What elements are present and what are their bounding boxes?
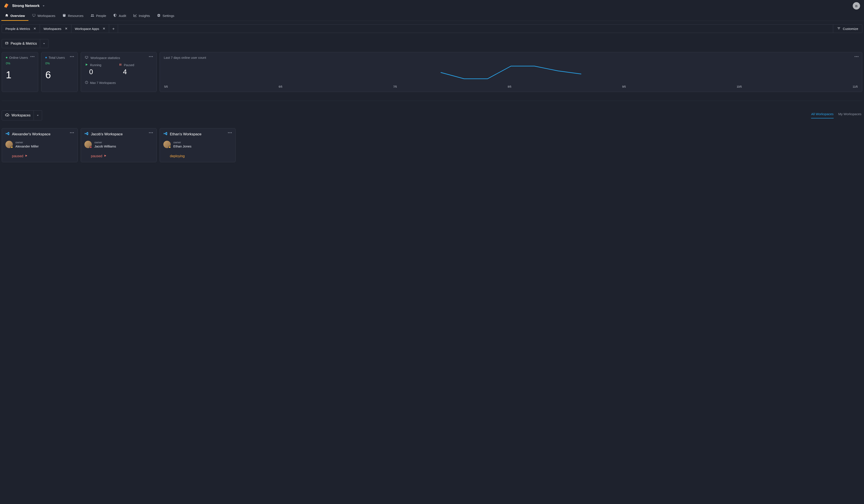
- workspace-status[interactable]: paused: [12, 154, 74, 158]
- plus-icon: ＋: [111, 26, 116, 31]
- nav-overview[interactable]: Overview: [1, 11, 28, 21]
- section-dropdown-button[interactable]: [34, 110, 42, 120]
- chevron-down-icon: [43, 42, 45, 45]
- nav-label: Resources: [68, 14, 84, 17]
- card-value: 1: [6, 69, 34, 81]
- card-menu-button[interactable]: •••: [149, 131, 153, 134]
- nav-label: People: [96, 14, 106, 17]
- main-nav: Overview Workspaces Resources People Aud…: [0, 11, 864, 21]
- owner-name: Jacob Williams: [94, 144, 116, 148]
- workspace-filter-tabs: All Workspaces My Workspaces: [811, 112, 861, 118]
- cloud-cog-icon: [5, 113, 9, 118]
- card-menu-button[interactable]: •••: [70, 55, 74, 58]
- workspace-card[interactable]: •••Ethan's WorkspaceownerEthan Jonesdepl…: [160, 128, 236, 162]
- shield-icon: [113, 13, 117, 18]
- card-menu-button[interactable]: •••: [70, 131, 74, 134]
- stat-max-workspaces: Max 7 Workspaces: [85, 81, 153, 85]
- play-icon: [25, 154, 28, 158]
- section-title-button[interactable]: Workspaces: [2, 110, 34, 120]
- card-menu-button[interactable]: •••: [854, 55, 859, 58]
- card-label: Total Users: [45, 56, 73, 59]
- owner-role: owner: [173, 141, 191, 144]
- nav-label: Settings: [163, 14, 174, 17]
- nav-label: Insights: [139, 14, 150, 17]
- card-title-row: Workspace statistics: [85, 56, 153, 60]
- nav-label: Overview: [10, 14, 25, 17]
- workspace-owner: ownerEthan Jones: [163, 141, 232, 148]
- workspace-card[interactable]: •••Alexander's WorkspaceownerAlexander M…: [2, 128, 78, 162]
- customize-button[interactable]: Customize: [833, 24, 862, 33]
- card-workspace-statistics: ••• Workspace statistics Running 0 Pause…: [81, 52, 157, 92]
- section-selector-workspaces: Workspaces: [2, 110, 42, 120]
- workspace-status[interactable]: deploying: [170, 154, 232, 158]
- monitor-icon: [32, 13, 36, 18]
- workspace-card[interactable]: •••Jacob's WorkspaceownerJacob Williamsp…: [81, 128, 157, 162]
- card-percent: 0%: [45, 62, 73, 65]
- svg-rect-0: [33, 14, 35, 16]
- customize-label: Customize: [843, 27, 858, 31]
- workspace-status[interactable]: paused: [91, 154, 153, 158]
- presence-dot-icon: [11, 146, 13, 148]
- section-divider: [2, 100, 862, 101]
- workspace-title: Alexander's Workspace: [12, 132, 50, 136]
- brand-name: Strong Network: [12, 4, 40, 8]
- monitor-icon: [85, 56, 88, 60]
- tab-my-workspaces[interactable]: My Workspaces: [838, 112, 861, 118]
- x-tick-label: 5/5: [164, 85, 168, 88]
- user-avatar[interactable]: B: [853, 2, 860, 10]
- nav-workspaces[interactable]: Workspaces: [28, 11, 59, 21]
- presence-dot-icon: [169, 146, 171, 148]
- nav-settings[interactable]: Settings: [153, 11, 178, 21]
- close-icon[interactable]: ✕: [33, 27, 36, 31]
- chart-area: 5/56/57/58/59/510/511/5: [164, 62, 858, 88]
- add-dashboard-tab-button[interactable]: ＋: [109, 24, 118, 33]
- brand-dropdown-icon[interactable]: [42, 4, 45, 7]
- status-dot-icon: [6, 57, 8, 58]
- card-menu-button[interactable]: •••: [149, 55, 153, 58]
- home-icon: [5, 13, 9, 18]
- brand[interactable]: Strong Network: [3, 2, 45, 10]
- card-title: Workspace statistics: [91, 56, 120, 60]
- stat-label: Paused: [124, 63, 134, 67]
- owner-avatar: [163, 141, 171, 148]
- dashboard-tab-workspaces[interactable]: Workspaces ✕: [40, 24, 71, 33]
- stat-value: 0: [89, 68, 119, 76]
- section-title-button[interactable]: People & Metrics: [2, 39, 40, 48]
- owner-avatar: [5, 141, 13, 148]
- close-icon[interactable]: ✕: [103, 27, 105, 31]
- label-text: Total Users: [49, 56, 65, 59]
- people-icon: [91, 13, 94, 18]
- nav-label: Workspaces: [37, 14, 55, 17]
- owner-role: owner: [15, 141, 39, 144]
- section-selector-people-metrics: People & Metrics: [2, 39, 48, 48]
- workspace-title-row: Jacob's Workspace: [84, 131, 153, 137]
- id-card-icon: [5, 41, 9, 46]
- close-icon[interactable]: ✕: [65, 27, 68, 31]
- workspace-owner: ownerAlexander Miller: [5, 141, 74, 148]
- card-percent: 0%: [6, 62, 34, 65]
- card-menu-button[interactable]: •••: [31, 55, 35, 58]
- card-menu-button[interactable]: •••: [228, 131, 232, 134]
- nav-people[interactable]: People: [87, 11, 110, 21]
- section-dropdown-button[interactable]: [40, 39, 48, 48]
- svg-rect-4: [120, 63, 120, 65]
- nav-resources[interactable]: Resources: [59, 11, 87, 21]
- metrics-cards-row: ••• Online Users 0% 1 ••• Total Users 0%…: [0, 52, 864, 92]
- dashboard-tab-people-metrics[interactable]: People & Metrics ✕: [2, 24, 40, 33]
- gear-icon: [157, 13, 161, 18]
- x-tick-label: 10/5: [737, 85, 742, 88]
- status-text: deploying: [170, 154, 185, 158]
- owner-avatar: [84, 141, 92, 148]
- chip-label: Workspace Apps: [75, 27, 99, 31]
- x-tick-label: 11/5: [853, 85, 858, 88]
- tab-all-workspaces[interactable]: All Workspaces: [811, 112, 833, 118]
- dashboard-tab-workspace-apps[interactable]: Workspace Apps ✕: [71, 24, 109, 33]
- play-icon: [85, 63, 88, 67]
- card-online-users: ••• Online Users 0% 1: [2, 52, 38, 92]
- nav-audit[interactable]: Audit: [110, 11, 130, 21]
- nav-insights[interactable]: Insights: [130, 11, 154, 21]
- status-text: paused: [12, 154, 23, 158]
- chart-line-icon: [133, 13, 137, 18]
- card-value: 6: [45, 69, 73, 81]
- x-tick-label: 9/5: [622, 85, 626, 88]
